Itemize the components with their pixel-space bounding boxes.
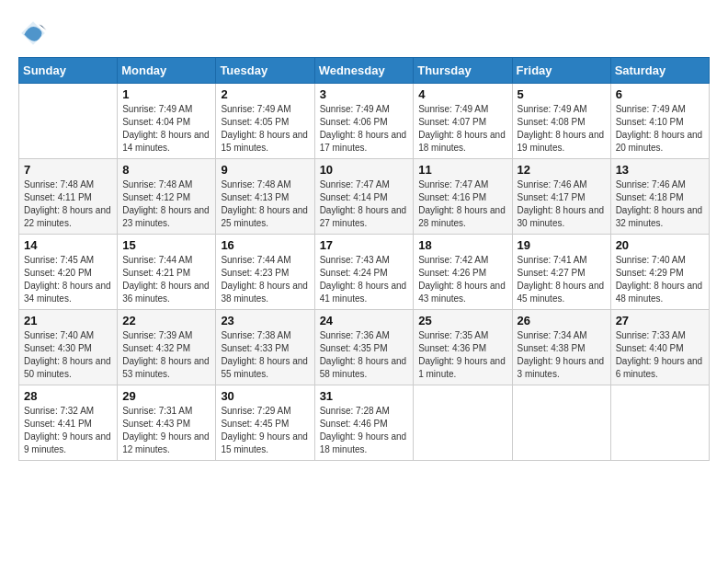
day-cell: 24Sunrise: 7:36 AMSunset: 4:35 PMDayligh… [314,310,414,385]
day-info: Sunrise: 7:34 AMSunset: 4:38 PMDaylight:… [518,329,606,381]
day-cell: 11Sunrise: 7:47 AMSunset: 4:16 PMDayligh… [414,159,512,235]
day-number: 5 [518,87,606,101]
day-info: Sunrise: 7:45 AMSunset: 4:20 PMDaylight:… [24,254,112,305]
day-info: Sunrise: 7:48 AMSunset: 4:11 PMDaylight:… [24,178,112,230]
day-info: Sunrise: 7:47 AMSunset: 4:16 PMDaylight:… [418,178,506,230]
day-info: Sunrise: 7:35 AMSunset: 4:36 PMDaylight:… [418,329,506,381]
day-number: 22 [122,314,210,327]
day-info: Sunrise: 7:48 AMSunset: 4:12 PMDaylight:… [122,178,210,230]
day-cell: 30Sunrise: 7:29 AMSunset: 4:45 PMDayligh… [216,385,314,461]
day-cell: 5Sunrise: 7:49 AMSunset: 4:08 PMDaylight… [512,84,610,159]
day-number: 23 [221,314,309,327]
day-cell [414,385,512,461]
day-cell: 8Sunrise: 7:48 AMSunset: 4:12 PMDaylight… [118,159,216,235]
day-cell [610,385,709,461]
day-number: 25 [418,314,506,327]
day-cell: 14Sunrise: 7:45 AMSunset: 4:20 PMDayligh… [19,235,118,310]
day-number: 1 [122,87,210,101]
day-info: Sunrise: 7:49 AMSunset: 4:05 PMDaylight:… [221,103,309,155]
day-number: 2 [221,87,309,101]
day-cell: 19Sunrise: 7:41 AMSunset: 4:27 PMDayligh… [512,235,610,310]
day-number: 24 [320,314,409,327]
day-number: 8 [122,163,210,177]
day-cell: 27Sunrise: 7:33 AMSunset: 4:40 PMDayligh… [610,310,709,385]
day-number: 16 [221,238,309,252]
weekday-header-wednesday: Wednesday [314,58,414,84]
day-cell: 2Sunrise: 7:49 AMSunset: 4:05 PMDaylight… [216,84,314,159]
day-cell: 21Sunrise: 7:40 AMSunset: 4:30 PMDayligh… [19,310,118,385]
day-cell: 13Sunrise: 7:46 AMSunset: 4:18 PMDayligh… [610,159,709,235]
day-info: Sunrise: 7:38 AMSunset: 4:33 PMDaylight:… [221,329,309,381]
day-number: 3 [320,87,409,101]
day-info: Sunrise: 7:39 AMSunset: 4:32 PMDaylight:… [122,329,210,381]
day-cell: 10Sunrise: 7:47 AMSunset: 4:14 PMDayligh… [314,159,414,235]
day-number: 29 [122,389,210,403]
day-cell: 23Sunrise: 7:38 AMSunset: 4:33 PMDayligh… [216,310,314,385]
day-cell: 16Sunrise: 7:44 AMSunset: 4:23 PMDayligh… [216,235,314,310]
day-info: Sunrise: 7:49 AMSunset: 4:04 PMDaylight:… [122,103,210,155]
day-number: 10 [320,163,409,177]
day-info: Sunrise: 7:49 AMSunset: 4:07 PMDaylight:… [418,103,506,155]
day-cell: 12Sunrise: 7:46 AMSunset: 4:17 PMDayligh… [512,159,610,235]
day-number: 12 [518,163,606,177]
day-cell: 29Sunrise: 7:31 AMSunset: 4:43 PMDayligh… [118,385,216,461]
day-cell: 20Sunrise: 7:40 AMSunset: 4:29 PMDayligh… [610,235,709,310]
day-cell: 22Sunrise: 7:39 AMSunset: 4:32 PMDayligh… [118,310,216,385]
weekday-header-sunday: Sunday [19,58,118,84]
day-info: Sunrise: 7:41 AMSunset: 4:27 PMDaylight:… [518,254,606,305]
logo-icon [18,18,48,48]
weekday-header-monday: Monday [118,58,216,84]
day-info: Sunrise: 7:44 AMSunset: 4:23 PMDaylight:… [221,254,309,305]
day-number: 9 [221,163,309,177]
calendar-table: SundayMondayTuesdayWednesdayThursdayFrid… [18,57,710,461]
day-cell: 17Sunrise: 7:43 AMSunset: 4:24 PMDayligh… [314,235,414,310]
day-cell: 25Sunrise: 7:35 AMSunset: 4:36 PMDayligh… [414,310,512,385]
day-info: Sunrise: 7:43 AMSunset: 4:24 PMDaylight:… [320,254,409,305]
day-info: Sunrise: 7:28 AMSunset: 4:46 PMDaylight:… [320,405,409,456]
day-info: Sunrise: 7:49 AMSunset: 4:08 PMDaylight:… [518,103,606,155]
day-cell: 7Sunrise: 7:48 AMSunset: 4:11 PMDaylight… [19,159,118,235]
day-number: 7 [24,163,112,177]
day-cell: 1Sunrise: 7:49 AMSunset: 4:04 PMDaylight… [118,84,216,159]
day-cell [19,84,118,159]
day-info: Sunrise: 7:46 AMSunset: 4:17 PMDaylight:… [518,178,606,230]
day-cell: 31Sunrise: 7:28 AMSunset: 4:46 PMDayligh… [314,385,414,461]
day-number: 13 [616,163,704,177]
day-info: Sunrise: 7:32 AMSunset: 4:41 PMDaylight:… [24,405,112,456]
day-cell [512,385,610,461]
day-number: 15 [122,238,210,252]
day-cell: 6Sunrise: 7:49 AMSunset: 4:10 PMDaylight… [610,84,709,159]
day-cell: 4Sunrise: 7:49 AMSunset: 4:07 PMDaylight… [414,84,512,159]
day-number: 27 [616,314,704,327]
week-row-3: 14Sunrise: 7:45 AMSunset: 4:20 PMDayligh… [19,235,710,310]
day-cell: 9Sunrise: 7:48 AMSunset: 4:13 PMDaylight… [216,159,314,235]
day-cell: 3Sunrise: 7:49 AMSunset: 4:06 PMDaylight… [314,84,414,159]
weekday-header-thursday: Thursday [414,58,512,84]
day-number: 26 [518,314,606,327]
page-header [18,18,710,48]
day-cell: 26Sunrise: 7:34 AMSunset: 4:38 PMDayligh… [512,310,610,385]
day-info: Sunrise: 7:42 AMSunset: 4:26 PMDaylight:… [418,254,506,305]
weekday-header-saturday: Saturday [610,58,709,84]
day-cell: 15Sunrise: 7:44 AMSunset: 4:21 PMDayligh… [118,235,216,310]
day-number: 14 [24,238,112,252]
day-info: Sunrise: 7:47 AMSunset: 4:14 PMDaylight:… [320,178,409,230]
day-number: 17 [320,238,409,252]
day-info: Sunrise: 7:36 AMSunset: 4:35 PMDaylight:… [320,329,409,381]
day-info: Sunrise: 7:29 AMSunset: 4:45 PMDaylight:… [221,405,309,456]
day-number: 21 [24,314,112,327]
week-row-1: 1Sunrise: 7:49 AMSunset: 4:04 PMDaylight… [19,84,710,159]
day-info: Sunrise: 7:33 AMSunset: 4:40 PMDaylight:… [616,329,704,381]
day-number: 18 [418,238,506,252]
day-number: 6 [616,87,704,101]
week-row-4: 21Sunrise: 7:40 AMSunset: 4:30 PMDayligh… [19,310,710,385]
day-number: 19 [518,238,606,252]
weekday-header-friday: Friday [512,58,610,84]
day-number: 31 [320,389,409,403]
day-info: Sunrise: 7:48 AMSunset: 4:13 PMDaylight:… [221,178,309,230]
week-row-2: 7Sunrise: 7:48 AMSunset: 4:11 PMDaylight… [19,159,710,235]
day-info: Sunrise: 7:49 AMSunset: 4:10 PMDaylight:… [616,103,704,155]
day-number: 28 [24,389,112,403]
weekday-header-row: SundayMondayTuesdayWednesdayThursdayFrid… [19,58,710,84]
day-cell: 18Sunrise: 7:42 AMSunset: 4:26 PMDayligh… [414,235,512,310]
